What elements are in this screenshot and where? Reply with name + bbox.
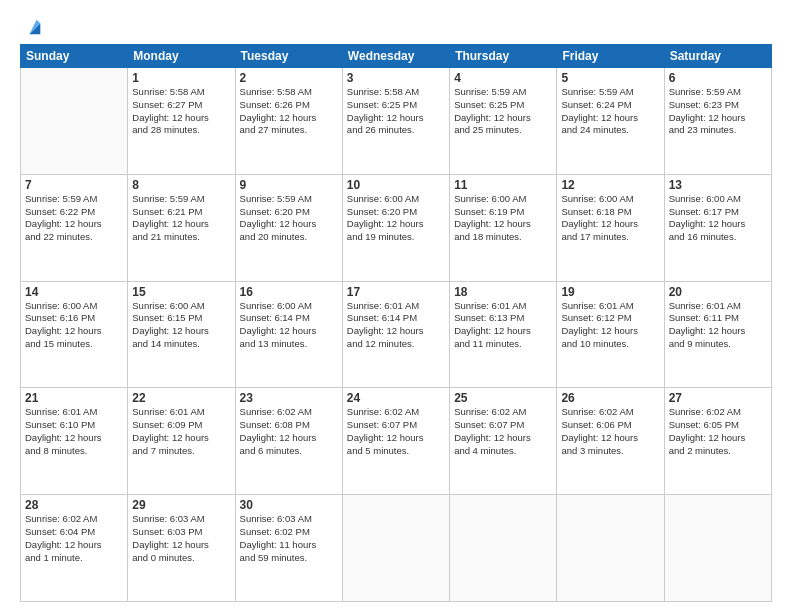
header: [20, 16, 772, 38]
day-info: Sunrise: 6:03 AM Sunset: 6:02 PM Dayligh…: [240, 513, 338, 564]
table-cell: 27Sunrise: 6:02 AM Sunset: 6:05 PM Dayli…: [664, 388, 771, 495]
table-cell: 24Sunrise: 6:02 AM Sunset: 6:07 PM Dayli…: [342, 388, 449, 495]
table-cell: 28Sunrise: 6:02 AM Sunset: 6:04 PM Dayli…: [21, 495, 128, 602]
calendar-week-row: 7Sunrise: 5:59 AM Sunset: 6:22 PM Daylig…: [21, 174, 772, 281]
day-number: 6: [669, 71, 767, 85]
day-info: Sunrise: 6:02 AM Sunset: 6:08 PM Dayligh…: [240, 406, 338, 457]
table-cell: 25Sunrise: 6:02 AM Sunset: 6:07 PM Dayli…: [450, 388, 557, 495]
calendar-table: Sunday Monday Tuesday Wednesday Thursday…: [20, 44, 772, 602]
day-info: Sunrise: 6:02 AM Sunset: 6:07 PM Dayligh…: [347, 406, 445, 457]
day-info: Sunrise: 6:00 AM Sunset: 6:16 PM Dayligh…: [25, 300, 123, 351]
day-number: 23: [240, 391, 338, 405]
day-number: 26: [561, 391, 659, 405]
day-number: 24: [347, 391, 445, 405]
day-info: Sunrise: 6:01 AM Sunset: 6:10 PM Dayligh…: [25, 406, 123, 457]
col-tuesday: Tuesday: [235, 45, 342, 68]
day-info: Sunrise: 6:00 AM Sunset: 6:18 PM Dayligh…: [561, 193, 659, 244]
table-cell: 14Sunrise: 6:00 AM Sunset: 6:16 PM Dayli…: [21, 281, 128, 388]
day-number: 19: [561, 285, 659, 299]
day-info: Sunrise: 5:59 AM Sunset: 6:22 PM Dayligh…: [25, 193, 123, 244]
table-cell: 22Sunrise: 6:01 AM Sunset: 6:09 PM Dayli…: [128, 388, 235, 495]
day-number: 30: [240, 498, 338, 512]
table-cell: 1Sunrise: 5:58 AM Sunset: 6:27 PM Daylig…: [128, 68, 235, 175]
table-cell: 6Sunrise: 5:59 AM Sunset: 6:23 PM Daylig…: [664, 68, 771, 175]
calendar-week-row: 28Sunrise: 6:02 AM Sunset: 6:04 PM Dayli…: [21, 495, 772, 602]
calendar-week-row: 21Sunrise: 6:01 AM Sunset: 6:10 PM Dayli…: [21, 388, 772, 495]
table-cell: 9Sunrise: 5:59 AM Sunset: 6:20 PM Daylig…: [235, 174, 342, 281]
table-cell: 12Sunrise: 6:00 AM Sunset: 6:18 PM Dayli…: [557, 174, 664, 281]
table-cell: [450, 495, 557, 602]
day-number: 22: [132, 391, 230, 405]
day-number: 28: [25, 498, 123, 512]
table-cell: 10Sunrise: 6:00 AM Sunset: 6:20 PM Dayli…: [342, 174, 449, 281]
table-cell: 13Sunrise: 6:00 AM Sunset: 6:17 PM Dayli…: [664, 174, 771, 281]
day-info: Sunrise: 6:00 AM Sunset: 6:19 PM Dayligh…: [454, 193, 552, 244]
day-info: Sunrise: 5:59 AM Sunset: 6:25 PM Dayligh…: [454, 86, 552, 137]
table-cell: 17Sunrise: 6:01 AM Sunset: 6:14 PM Dayli…: [342, 281, 449, 388]
table-cell: [664, 495, 771, 602]
table-cell: 18Sunrise: 6:01 AM Sunset: 6:13 PM Dayli…: [450, 281, 557, 388]
day-number: 10: [347, 178, 445, 192]
day-info: Sunrise: 6:02 AM Sunset: 6:07 PM Dayligh…: [454, 406, 552, 457]
day-info: Sunrise: 5:59 AM Sunset: 6:23 PM Dayligh…: [669, 86, 767, 137]
day-number: 16: [240, 285, 338, 299]
day-info: Sunrise: 6:01 AM Sunset: 6:14 PM Dayligh…: [347, 300, 445, 351]
day-number: 9: [240, 178, 338, 192]
logo: [20, 16, 44, 38]
day-info: Sunrise: 6:02 AM Sunset: 6:05 PM Dayligh…: [669, 406, 767, 457]
table-cell: 20Sunrise: 6:01 AM Sunset: 6:11 PM Dayli…: [664, 281, 771, 388]
day-info: Sunrise: 6:02 AM Sunset: 6:04 PM Dayligh…: [25, 513, 123, 564]
table-cell: 11Sunrise: 6:00 AM Sunset: 6:19 PM Dayli…: [450, 174, 557, 281]
day-number: 17: [347, 285, 445, 299]
day-info: Sunrise: 6:01 AM Sunset: 6:09 PM Dayligh…: [132, 406, 230, 457]
col-thursday: Thursday: [450, 45, 557, 68]
table-cell: 7Sunrise: 5:59 AM Sunset: 6:22 PM Daylig…: [21, 174, 128, 281]
day-number: 27: [669, 391, 767, 405]
calendar-week-row: 14Sunrise: 6:00 AM Sunset: 6:16 PM Dayli…: [21, 281, 772, 388]
calendar-week-row: 1Sunrise: 5:58 AM Sunset: 6:27 PM Daylig…: [21, 68, 772, 175]
day-number: 3: [347, 71, 445, 85]
day-number: 2: [240, 71, 338, 85]
day-number: 7: [25, 178, 123, 192]
day-info: Sunrise: 5:58 AM Sunset: 6:27 PM Dayligh…: [132, 86, 230, 137]
page: Sunday Monday Tuesday Wednesday Thursday…: [0, 0, 792, 612]
table-cell: 4Sunrise: 5:59 AM Sunset: 6:25 PM Daylig…: [450, 68, 557, 175]
day-number: 21: [25, 391, 123, 405]
calendar-header-row: Sunday Monday Tuesday Wednesday Thursday…: [21, 45, 772, 68]
table-cell: 21Sunrise: 6:01 AM Sunset: 6:10 PM Dayli…: [21, 388, 128, 495]
day-number: 5: [561, 71, 659, 85]
day-info: Sunrise: 5:59 AM Sunset: 6:21 PM Dayligh…: [132, 193, 230, 244]
table-cell: 23Sunrise: 6:02 AM Sunset: 6:08 PM Dayli…: [235, 388, 342, 495]
day-info: Sunrise: 5:58 AM Sunset: 6:25 PM Dayligh…: [347, 86, 445, 137]
table-cell: 3Sunrise: 5:58 AM Sunset: 6:25 PM Daylig…: [342, 68, 449, 175]
day-info: Sunrise: 6:03 AM Sunset: 6:03 PM Dayligh…: [132, 513, 230, 564]
table-cell: [557, 495, 664, 602]
day-number: 8: [132, 178, 230, 192]
day-info: Sunrise: 6:00 AM Sunset: 6:14 PM Dayligh…: [240, 300, 338, 351]
day-number: 18: [454, 285, 552, 299]
day-info: Sunrise: 5:58 AM Sunset: 6:26 PM Dayligh…: [240, 86, 338, 137]
day-info: Sunrise: 5:59 AM Sunset: 6:20 PM Dayligh…: [240, 193, 338, 244]
table-cell: 15Sunrise: 6:00 AM Sunset: 6:15 PM Dayli…: [128, 281, 235, 388]
table-cell: 8Sunrise: 5:59 AM Sunset: 6:21 PM Daylig…: [128, 174, 235, 281]
table-cell: 30Sunrise: 6:03 AM Sunset: 6:02 PM Dayli…: [235, 495, 342, 602]
day-number: 4: [454, 71, 552, 85]
day-number: 14: [25, 285, 123, 299]
col-friday: Friday: [557, 45, 664, 68]
table-cell: 29Sunrise: 6:03 AM Sunset: 6:03 PM Dayli…: [128, 495, 235, 602]
table-cell: 16Sunrise: 6:00 AM Sunset: 6:14 PM Dayli…: [235, 281, 342, 388]
table-cell: [21, 68, 128, 175]
day-number: 25: [454, 391, 552, 405]
day-number: 15: [132, 285, 230, 299]
col-wednesday: Wednesday: [342, 45, 449, 68]
col-monday: Monday: [128, 45, 235, 68]
table-cell: 19Sunrise: 6:01 AM Sunset: 6:12 PM Dayli…: [557, 281, 664, 388]
table-cell: 5Sunrise: 5:59 AM Sunset: 6:24 PM Daylig…: [557, 68, 664, 175]
day-number: 13: [669, 178, 767, 192]
col-sunday: Sunday: [21, 45, 128, 68]
day-info: Sunrise: 6:01 AM Sunset: 6:13 PM Dayligh…: [454, 300, 552, 351]
day-info: Sunrise: 6:00 AM Sunset: 6:20 PM Dayligh…: [347, 193, 445, 244]
day-number: 20: [669, 285, 767, 299]
day-info: Sunrise: 6:00 AM Sunset: 6:17 PM Dayligh…: [669, 193, 767, 244]
day-info: Sunrise: 6:01 AM Sunset: 6:12 PM Dayligh…: [561, 300, 659, 351]
